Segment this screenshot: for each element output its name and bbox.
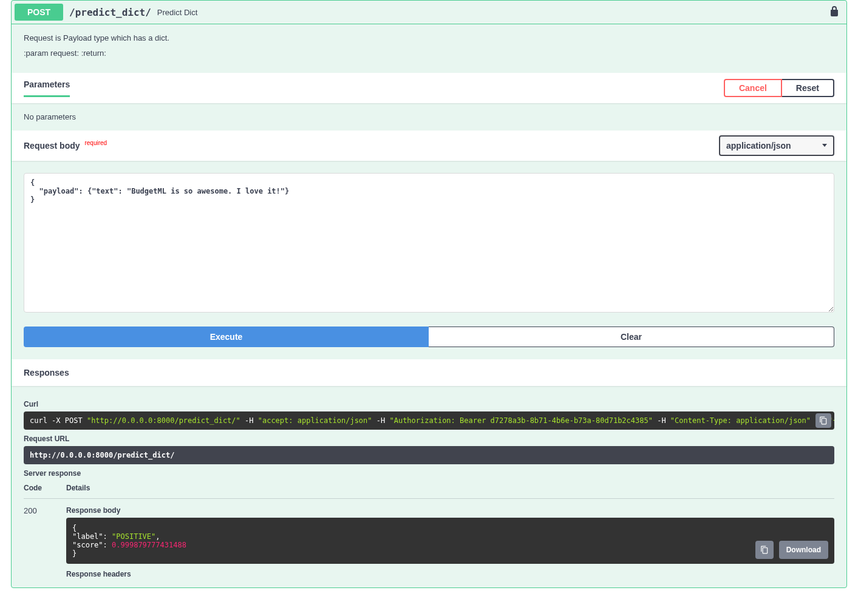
responses-title: Responses bbox=[12, 359, 846, 386]
response-headers-label: Response headers bbox=[66, 570, 834, 578]
method-badge: POST bbox=[15, 4, 63, 21]
no-parameters-text: No parameters bbox=[12, 103, 846, 130]
curl-command[interactable]: curl -X POST "http://0.0.0.0:8000/predic… bbox=[24, 411, 834, 430]
clear-button[interactable]: Clear bbox=[429, 327, 834, 347]
code-header: Code bbox=[24, 484, 66, 499]
request-url-label: Request URL bbox=[24, 435, 834, 443]
request-url-value: http://0.0.0.0:8000/predict_dict/ bbox=[24, 446, 834, 464]
reset-button[interactable]: Reset bbox=[782, 79, 834, 97]
endpoint-summary[interactable]: POST /predict_dict/ Predict Dict bbox=[12, 1, 846, 24]
server-response-label: Server response bbox=[24, 469, 834, 478]
lock-icon[interactable] bbox=[829, 5, 839, 18]
execute-button[interactable]: Execute bbox=[24, 327, 429, 347]
response-code: 200 bbox=[24, 506, 66, 515]
copy-response-button[interactable] bbox=[755, 541, 774, 559]
description-line-2: :param request: :return: bbox=[24, 49, 834, 58]
description-line-1: Request is Payload type which has a dict… bbox=[24, 33, 834, 42]
endpoint-block: POST /predict_dict/ Predict Dict Request… bbox=[11, 0, 847, 588]
details-header: Details bbox=[66, 484, 834, 499]
copy-curl-button[interactable] bbox=[815, 413, 831, 428]
content-type-select[interactable]: application/json bbox=[719, 135, 834, 156]
parameters-header: Parameters Cancel Reset bbox=[12, 73, 846, 103]
request-body-title: Request body bbox=[24, 141, 80, 151]
endpoint-description: Request is Payload type which has a dict… bbox=[12, 24, 846, 73]
endpoint-summary-text: Predict Dict bbox=[157, 8, 197, 17]
endpoint-path: /predict_dict/ bbox=[69, 7, 151, 18]
request-body-editor[interactable] bbox=[24, 173, 834, 313]
response-body: { "label": "POSITIVE", "score": 0.999879… bbox=[66, 518, 834, 564]
required-label: required bbox=[84, 140, 107, 146]
responses-section: Curl curl -X POST "http://0.0.0.0:8000/p… bbox=[12, 386, 846, 587]
response-body-label: Response body bbox=[66, 506, 834, 515]
request-body-header: Request body required application/json bbox=[12, 130, 846, 161]
parameters-title: Parameters bbox=[24, 80, 70, 97]
curl-label: Curl bbox=[24, 400, 834, 408]
download-button[interactable]: Download bbox=[779, 541, 828, 559]
cancel-button[interactable]: Cancel bbox=[724, 79, 782, 97]
